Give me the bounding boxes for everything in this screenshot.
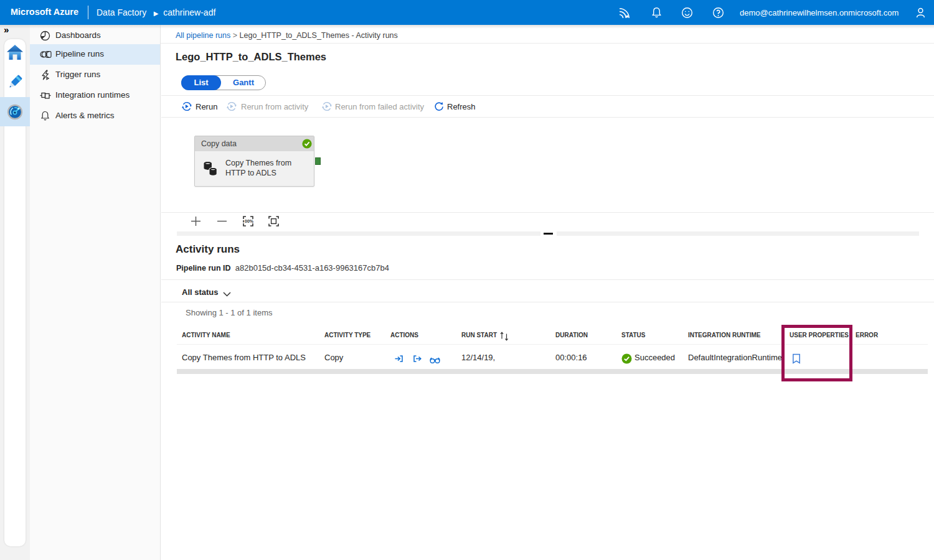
svg-text:00%: 00% bbox=[245, 219, 253, 223]
